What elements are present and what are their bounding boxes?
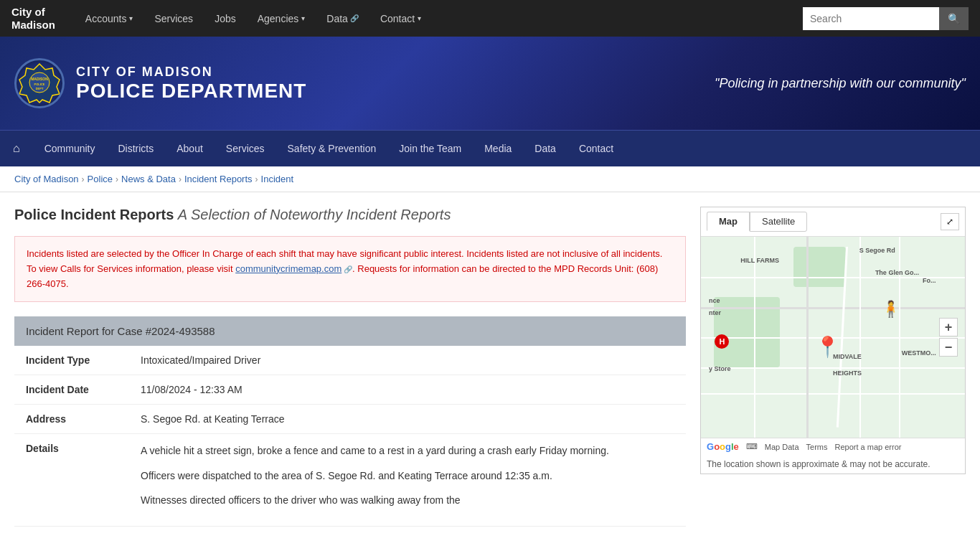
secondary-navigation: ⌂ Community Districts About Services Saf… <box>0 130 980 166</box>
breadcrumb-sep-4: › <box>255 174 258 184</box>
map-accuracy-note: The location shown is approximate & may … <box>701 455 965 474</box>
expand-icon: ⤢ <box>946 217 953 227</box>
map-footer: Google ⌨ Map Data Terms Report a map err… <box>701 438 965 455</box>
police-badge: MADISON POLICE DEPT <box>14 58 65 108</box>
map-data-link[interactable]: Map Data <box>765 443 799 451</box>
search-input[interactable] <box>803 7 939 30</box>
breadcrumb-incident-reports[interactable]: Incident Reports <box>184 174 253 184</box>
sec-nav-contact[interactable]: Contact <box>567 131 625 167</box>
sec-nav-services[interactable]: Services <box>215 131 276 167</box>
agencies-dropdown-caret: ▾ <box>301 14 305 22</box>
sec-nav-join[interactable]: Join the Team <box>387 131 473 167</box>
incident-table: Incident Type Intoxicated/Impaired Drive… <box>14 346 686 526</box>
map-label-hill-farms: HILL FARMS <box>740 257 779 264</box>
details-para-2: Officers were dispatched to the area of … <box>141 468 674 484</box>
alert-box: Incidents listed are selected by the Off… <box>14 236 686 302</box>
main-content: Police Incident Reports A Selection of N… <box>0 192 980 548</box>
svg-text:POLICE: POLICE <box>34 83 45 86</box>
details-text: A vehicle hit a street sign, broke a fen… <box>141 443 674 508</box>
dept-tagline: "Policing in partnership with our commun… <box>715 76 966 91</box>
map-label-westmo: WESTMO... <box>902 349 936 357</box>
top-nav-contact[interactable]: Contact ▾ <box>372 0 430 37</box>
street-h-4 <box>701 367 965 369</box>
svg-text:MADISON: MADISON <box>31 77 48 81</box>
tab-satellite[interactable]: Satellite <box>750 212 807 232</box>
incident-details-value: A vehicle hit a street sign, broke a fen… <box>129 434 686 526</box>
top-nav-data[interactable]: Data 🔗 <box>318 0 367 37</box>
incident-header: Incident Report for Case #2024-493588 <box>14 316 686 346</box>
svg-text:DEPT: DEPT <box>36 87 44 90</box>
breadcrumb: City of Madison › Police › News & Data ›… <box>0 166 980 192</box>
table-row-details: Details A vehicle hit a street sign, bro… <box>14 434 686 526</box>
breadcrumb-city[interactable]: City of Madison <box>14 174 79 184</box>
external-link-icon: 🔗 <box>341 265 352 273</box>
map-expand-button[interactable]: ⤢ <box>941 213 959 230</box>
sec-nav-media[interactable]: Media <box>473 131 523 167</box>
map-hospital-marker: H <box>715 334 729 349</box>
map-label-store: y Store <box>709 365 731 372</box>
dept-header: MADISON POLICE DEPT CITY OF MADISON POLI… <box>0 37 980 130</box>
map-green-area-2 <box>793 247 847 287</box>
map-label-nce: nce <box>709 297 720 304</box>
street-h-5 <box>701 393 965 395</box>
top-nav-jobs[interactable]: Jobs <box>206 0 245 37</box>
map-panel: Map Satellite ⤢ <box>700 207 966 534</box>
tab-map[interactable]: Map <box>707 212 750 232</box>
breadcrumb-sep-2: › <box>116 174 118 184</box>
sec-nav-community[interactable]: Community <box>33 131 107 167</box>
incident-type-label: Incident Type <box>14 346 129 375</box>
top-nav-accounts[interactable]: Accounts ▾ <box>77 0 142 37</box>
keyboard-icon: ⌨ <box>746 442 758 451</box>
home-button[interactable]: ⌂ <box>0 131 33 167</box>
incident-date-value: 11/08/2024 - 12:33 AM <box>129 375 686 405</box>
details-para-3: Witnesses directed officers to the drive… <box>141 492 674 508</box>
breadcrumb-sep-1: › <box>82 174 85 184</box>
map-tab-group: Map Satellite <box>707 212 807 232</box>
page-title: Police Incident Reports A Selection of N… <box>14 207 686 223</box>
breadcrumb-sep-3: › <box>179 174 182 184</box>
top-nav-agencies[interactable]: Agencies ▾ <box>249 0 314 37</box>
sec-nav-data[interactable]: Data <box>523 131 567 167</box>
accounts-dropdown-caret: ▾ <box>129 14 133 22</box>
top-navigation: City of Madison Accounts ▾ Services Jobs… <box>0 0 980 37</box>
map-tabs: Map Satellite ⤢ <box>701 207 965 237</box>
street-h-2 <box>701 307 965 309</box>
incident-type-value: Intoxicated/Impaired Driver <box>129 346 686 375</box>
map-label-glen: The Glen Go... <box>875 269 919 276</box>
crime-map-link[interactable]: communitycrimemap.com <box>235 263 341 274</box>
map-label-fo: Fo... <box>923 277 936 284</box>
map-location-pin: 📍 <box>815 337 840 357</box>
table-row-type: Incident Type Intoxicated/Impaired Drive… <box>14 346 686 375</box>
site-title: City of Madison <box>11 6 55 32</box>
top-nav-links: Accounts ▾ Services Jobs Agencies ▾ Data… <box>77 0 803 37</box>
breadcrumb-incident[interactable]: Incident <box>261 174 294 184</box>
home-icon: ⌂ <box>13 142 20 155</box>
search-area: 🔍 <box>803 7 969 30</box>
street-v-3 <box>859 237 861 438</box>
data-external-icon: 🔗 <box>350 14 359 22</box>
incident-address-value: S. Segoe Rd. at Keating Terrace <box>129 405 686 434</box>
sec-nav-about[interactable]: About <box>165 131 215 167</box>
report-link[interactable]: Report a map error <box>835 443 902 451</box>
logo-area: MADISON POLICE DEPT CITY OF MADISON POLI… <box>14 58 306 108</box>
street-v-2 <box>806 237 809 438</box>
incident-address-label: Address <box>14 405 129 434</box>
zoom-out-button[interactable]: − <box>939 338 958 357</box>
top-nav-services[interactable]: Services <box>146 0 202 37</box>
terms-link[interactable]: Terms <box>806 443 828 451</box>
contact-dropdown-caret: ▾ <box>418 14 421 22</box>
search-button[interactable]: 🔍 <box>939 7 969 30</box>
sec-nav-districts[interactable]: Districts <box>106 131 165 167</box>
map-street-view-person: 🧍 <box>881 300 900 319</box>
map-container: Map Satellite ⤢ <box>700 207 966 474</box>
zoom-in-button[interactable]: + <box>939 318 958 336</box>
department-name: CITY OF MADISON POLICE DEPARTMENT <box>76 65 306 103</box>
incident-date-label: Incident Date <box>14 375 129 405</box>
breadcrumb-police[interactable]: Police <box>88 174 113 184</box>
sec-nav-safety[interactable]: Safety & Prevention <box>276 131 388 167</box>
table-row-address: Address S. Segoe Rd. at Keating Terrace <box>14 405 686 434</box>
map-background: HILL FARMS MIDVALE HEIGHTS WESTMO... The… <box>701 237 965 438</box>
map-visual: HILL FARMS MIDVALE HEIGHTS WESTMO... The… <box>701 237 965 438</box>
street-v-4 <box>899 237 900 438</box>
breadcrumb-news-data[interactable]: News & Data <box>121 174 176 184</box>
